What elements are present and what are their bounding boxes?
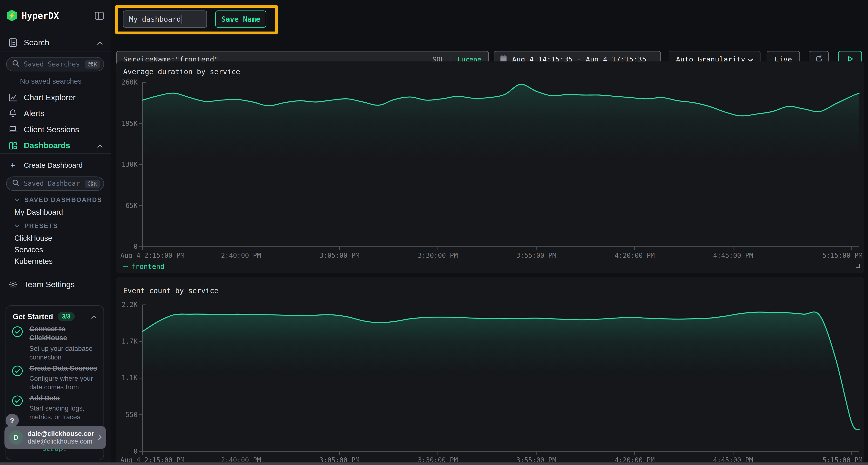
svg-text:550: 550 — [125, 411, 137, 419]
svg-text:4:20:00 PM: 4:20:00 PM — [614, 252, 654, 258]
panel-resize-handle[interactable] — [855, 261, 860, 270]
preset-item-services[interactable]: Services — [14, 245, 43, 254]
line-chart-event-count[interactable]: 05501.1K1.7K2.2KAug 4 2:15:00 PM2:40:00 … — [116, 277, 864, 465]
app-window: ⚡ HyperDX Search ⌘K No saved searches — [0, 0, 868, 465]
chevron-down-icon — [14, 224, 20, 227]
svg-text:3:55:00 PM: 3:55:00 PM — [516, 252, 556, 258]
sidebar-item-label: Dashboards — [24, 141, 70, 150]
chevron-up-icon — [97, 141, 103, 150]
svg-text:1.7K: 1.7K — [121, 337, 137, 345]
checklist-item-desc: Start sending logs, metrics, or traces — [29, 404, 99, 422]
preset-item-clickhouse[interactable]: ClickHouse — [14, 234, 52, 242]
svg-text:195K: 195K — [121, 120, 137, 127]
section-presets[interactable]: PRESETS — [14, 222, 103, 229]
checklist-item[interactable]: Create Data Sources Configure where your… — [11, 364, 99, 392]
chevron-right-icon — [98, 432, 102, 442]
legend-swatch: — — [123, 262, 128, 271]
sidebar-collapse-icon[interactable] — [95, 11, 104, 20]
sidebar-item-chart-explorer[interactable]: Chart Explorer — [0, 90, 111, 105]
sidebar-item-label: Search — [24, 38, 50, 47]
chevron-down-icon — [14, 198, 20, 201]
app-title: HyperDX — [22, 10, 90, 21]
user-menu[interactable]: D dale@clickhouse.com dale@clickhouse.co… — [4, 426, 106, 449]
sidebar-item-team-settings[interactable]: Team Settings — [0, 276, 111, 292]
svg-text:4:45:00 PM: 4:45:00 PM — [713, 252, 753, 258]
sidebar-item-dashboards[interactable]: Dashboards — [0, 138, 111, 153]
dashboard-name-value: My dashboard — [129, 15, 181, 23]
svg-text:3:05:00 PM: 3:05:00 PM — [319, 252, 359, 258]
checklist-item-title: Connect to ClickHouse — [29, 325, 99, 343]
line-chart-avg-duration[interactable]: 065K130K195K260KAug 4 2:15:00 PM2:40:00 … — [116, 61, 864, 258]
bottom-edge-strip — [0, 462, 868, 465]
sidebar-item-label: Alerts — [24, 109, 44, 118]
saved-dashboards-search[interactable]: ⌘K — [6, 176, 104, 191]
dashboards-icon — [8, 141, 18, 150]
chevron-up-icon — [97, 38, 103, 47]
progress-badge: 3/3 — [57, 312, 75, 321]
bell-icon — [8, 109, 18, 118]
chart-panel-avg-duration: Average duration by service 065K130K195K… — [116, 61, 864, 273]
sidebar-item-search[interactable]: Search — [0, 35, 111, 51]
main-content: My dashboard Save Name ServiceName:"fron… — [111, 0, 868, 465]
saved-dashboard-item[interactable]: My Dashboard — [14, 208, 63, 216]
shortcut-badge: ⌘K — [85, 60, 100, 68]
chart-legend[interactable]: — frontend — [123, 262, 164, 271]
svg-text:2:40:00 PM: 2:40:00 PM — [221, 252, 261, 258]
svg-text:260K: 260K — [121, 78, 137, 86]
save-name-button[interactable]: Save Name — [215, 10, 266, 28]
text-caret — [182, 15, 182, 24]
sidebar-item-alerts[interactable]: Alerts — [0, 106, 111, 121]
svg-text:5:15:00 PM: 5:15:00 PM — [822, 252, 862, 258]
create-dashboard-label: Create Dashboard — [24, 161, 83, 169]
checklist-item-desc: Set up your database connection — [29, 344, 99, 362]
checklist-item-title: Add Data — [29, 394, 99, 403]
svg-text:3:30:00 PM: 3:30:00 PM — [417, 252, 458, 258]
sidebar-item-client-sessions[interactable]: Client Sessions — [0, 122, 111, 137]
check-circle-icon — [11, 325, 24, 362]
sidebar-item-label: Chart Explorer — [24, 93, 76, 102]
svg-text:2.2K: 2.2K — [121, 301, 137, 308]
search-icon — [12, 179, 20, 189]
laptop-icon — [8, 126, 18, 133]
get-started-title: Get Started — [13, 312, 53, 321]
user-email: dale@clickhouse.com — [28, 430, 94, 437]
checklist-item-title: Create Data Sources — [29, 364, 99, 373]
svg-text:0: 0 — [133, 447, 137, 455]
checklist-item[interactable]: Connect to ClickHouse Set up your databa… — [11, 325, 99, 362]
help-button[interactable]: ? — [5, 414, 19, 427]
no-saved-searches-text: No saved searches — [20, 77, 82, 85]
legend-label: frontend — [131, 262, 164, 270]
gear-icon — [8, 280, 18, 289]
chart-panel-event-count: Event count by service 05501.1K1.7K2.2KA… — [116, 277, 864, 465]
user-subtitle: dale@clickhouse.com's — [28, 437, 94, 445]
svg-text:1.1K: 1.1K — [121, 374, 137, 381]
saved-searches-input[interactable] — [23, 60, 82, 69]
saved-dashboards-input[interactable] — [23, 179, 82, 188]
saved-searches-search[interactable]: ⌘K — [6, 57, 104, 71]
create-dashboard-button[interactable]: + Create Dashboard — [0, 157, 111, 172]
dashboard-name-input[interactable]: My dashboard — [123, 10, 207, 28]
sidebar: ⚡ HyperDX Search ⌘K No saved searches — [0, 0, 111, 465]
checklist-item[interactable]: Add Data Start sending logs, metrics, or… — [11, 394, 99, 422]
svg-text:130K: 130K — [121, 161, 137, 168]
sidebar-item-label: Team Settings — [24, 280, 75, 289]
chart-icon — [8, 93, 18, 101]
section-saved-dashboards[interactable]: SAVED DASHBOARDS — [14, 196, 103, 203]
avatar: D — [9, 430, 23, 445]
checklist-item-desc: Configure where your data comes from — [29, 374, 99, 392]
check-circle-icon — [11, 364, 24, 392]
journal-icon — [8, 38, 18, 47]
svg-text:65K: 65K — [125, 202, 137, 209]
svg-text:Aug 4 2:15:00 PM: Aug 4 2:15:00 PM — [120, 252, 184, 258]
shortcut-badge: ⌘K — [85, 179, 100, 188]
chevron-up-icon[interactable] — [91, 311, 97, 322]
hyperdx-logo-icon: ⚡ — [7, 10, 18, 21]
preset-item-kubernetes[interactable]: Kubernetes — [14, 257, 53, 266]
sidebar-item-label: Client Sessions — [24, 125, 79, 134]
search-icon — [12, 59, 20, 69]
svg-text:0: 0 — [133, 243, 137, 250]
plus-icon: + — [8, 160, 18, 170]
